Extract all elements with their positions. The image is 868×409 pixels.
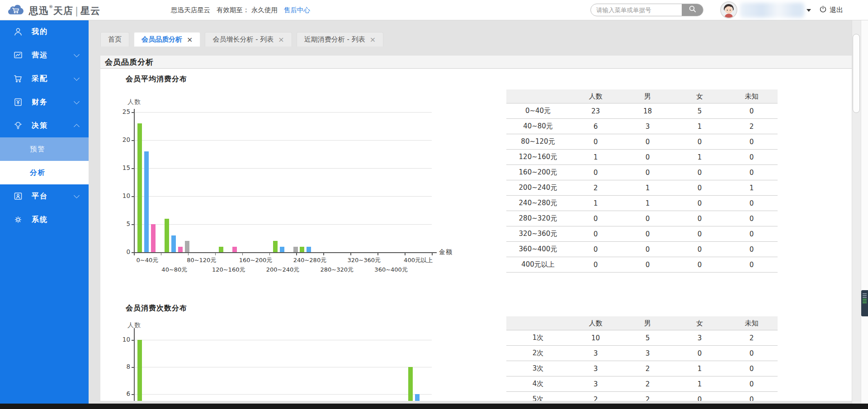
operations-chart-icon xyxy=(13,50,24,61)
tab-close-icon[interactable]: × xyxy=(370,36,376,43)
tab-1[interactable]: 会员品质分析× xyxy=(134,32,200,47)
vertical-scrollbar-thumb[interactable] xyxy=(853,34,860,113)
sidebar-subitem-item[interactable]: 预警 xyxy=(0,137,89,161)
cell-value: 2 xyxy=(622,392,674,401)
sidebar-subitem-label: 分析 xyxy=(30,168,46,178)
column-header: 未知 xyxy=(726,316,778,330)
column-header: 男 xyxy=(622,89,674,103)
row-label: 120~160元 xyxy=(506,150,570,165)
cell-value: 1 xyxy=(622,180,674,195)
decision-bulb-icon xyxy=(13,120,24,131)
cell-value: 3 xyxy=(674,330,726,345)
table-row: 240~280元1100 xyxy=(506,196,778,211)
y-tick-label: 25 xyxy=(115,108,130,115)
sidebar-item-5[interactable]: 平台 xyxy=(0,184,89,208)
cell-value: 0 xyxy=(674,257,726,272)
table-header-row: 人数男女未知 xyxy=(506,89,778,103)
bar-人数 xyxy=(137,123,142,252)
side-panel-widget[interactable] xyxy=(861,290,868,316)
cell-value: 10 xyxy=(570,330,622,345)
after-sales-link[interactable]: 售后中心 xyxy=(284,6,310,14)
cell-value: 0 xyxy=(726,226,778,241)
cell-value: 1 xyxy=(674,376,726,391)
sidebar-item-6[interactable]: 系统 xyxy=(0,208,89,231)
page-title: 会员品质分析 xyxy=(100,57,154,66)
y-tick-mark xyxy=(132,340,134,341)
cell-value: 6 xyxy=(570,119,622,134)
y-tick-label: 5 xyxy=(115,220,130,227)
column-header: 女 xyxy=(674,89,726,103)
search-icon xyxy=(689,5,697,15)
row-label: 1次 xyxy=(506,330,570,345)
power-icon xyxy=(819,5,827,15)
x-tick-mark xyxy=(242,253,243,255)
column-header: 人数 xyxy=(570,89,622,103)
cell-value: 18 xyxy=(622,103,674,118)
logout-button[interactable]: 退出 xyxy=(819,0,843,20)
avatar[interactable] xyxy=(720,1,737,19)
y-axis-line xyxy=(134,109,135,252)
row-label: 240~280元 xyxy=(506,196,570,211)
sidebar-item-0[interactable]: 我的 xyxy=(0,20,89,43)
x-axis-line xyxy=(133,252,437,253)
bar-人数 xyxy=(219,247,223,252)
search-button[interactable] xyxy=(682,4,703,16)
row-label: 3次 xyxy=(506,361,570,376)
tab-bar: 首页会员品质分析×会员增长分析 - 列表×近期消费分析 - 列表× xyxy=(100,32,383,47)
table-row: 320~360元0000 xyxy=(506,226,778,242)
sidebar-item-4[interactable]: 决策 xyxy=(0,114,89,137)
user-menu-caret-icon[interactable] xyxy=(807,9,811,12)
sidebar-item-2[interactable]: 采配 xyxy=(0,67,89,90)
cell-value: 0 xyxy=(622,134,674,149)
cell-value: 0 xyxy=(570,242,622,257)
gridline xyxy=(134,367,432,367)
x-tick-label: 320~360元 xyxy=(342,256,386,264)
y-tick-mark xyxy=(132,394,134,395)
cell-value: 0 xyxy=(726,376,778,391)
sidebar-subitem-active[interactable]: 分析 xyxy=(0,161,89,184)
cell-value: 0 xyxy=(570,211,622,226)
x-tick-label: 40~80元 xyxy=(153,266,196,274)
system-gear-icon xyxy=(13,214,24,225)
gridline xyxy=(134,112,432,113)
bar-未知 xyxy=(293,247,298,252)
tab-0[interactable]: 首页 xyxy=(100,32,129,47)
sidebar-item-1[interactable]: 营运 xyxy=(0,43,89,67)
app-header: 思迅®天店|星云 思迅天店星云 有效期至： 永久使用 售后中心 xyxy=(0,0,868,20)
x-tick-mark xyxy=(188,253,189,255)
cell-value: 0 xyxy=(674,211,726,226)
cell-value: 1 xyxy=(570,196,622,211)
avg-consumption-table: 人数男女未知0~40元23185040~80元631280~120元000012… xyxy=(506,89,778,273)
y-tick-mark xyxy=(132,196,134,197)
tab-2[interactable]: 会员增长分析 - 列表× xyxy=(205,32,292,47)
x-tick-mark xyxy=(161,253,162,255)
app-name-text: 思迅天店星云 xyxy=(171,6,210,14)
cell-value: 3 xyxy=(570,376,622,391)
validity-text: 有效期至： 永久使用 xyxy=(217,6,278,14)
cell-value: 2 xyxy=(622,361,674,376)
table-row: 160~200元0000 xyxy=(506,165,778,180)
tab-close-icon[interactable]: × xyxy=(187,36,193,43)
tab-3[interactable]: 近期消费分析 - 列表× xyxy=(297,32,383,47)
cell-value: 0 xyxy=(726,165,778,180)
table-row: 3次3210 xyxy=(506,361,778,376)
logo-text: 思迅®天店|星云 xyxy=(29,5,100,17)
cell-value: 0 xyxy=(674,226,726,241)
cell-value: 0 xyxy=(726,361,778,376)
tab-close-icon[interactable]: × xyxy=(278,36,284,43)
search-input[interactable] xyxy=(591,4,682,16)
x-tick-mark xyxy=(323,253,324,255)
row-label: 40~80元 xyxy=(506,119,570,134)
sidebar-item-3[interactable]: 财务 xyxy=(0,90,89,114)
cell-value: 1 xyxy=(622,196,674,211)
cell-value: 3 xyxy=(622,346,674,361)
y-tick-mark xyxy=(132,112,134,113)
bar-人数 xyxy=(165,219,169,252)
x-tick-label: 160~200元 xyxy=(234,256,278,264)
cell-value: 2 xyxy=(726,119,778,134)
gridline xyxy=(134,394,432,395)
page-title-bar: 会员品质分析 xyxy=(100,56,852,69)
visit-count-table: 人数男女未知1次105322次33003次32104次32105次2200 xyxy=(506,316,778,401)
y-axis-line xyxy=(134,328,135,401)
y-tick-label: 6 xyxy=(115,390,130,397)
